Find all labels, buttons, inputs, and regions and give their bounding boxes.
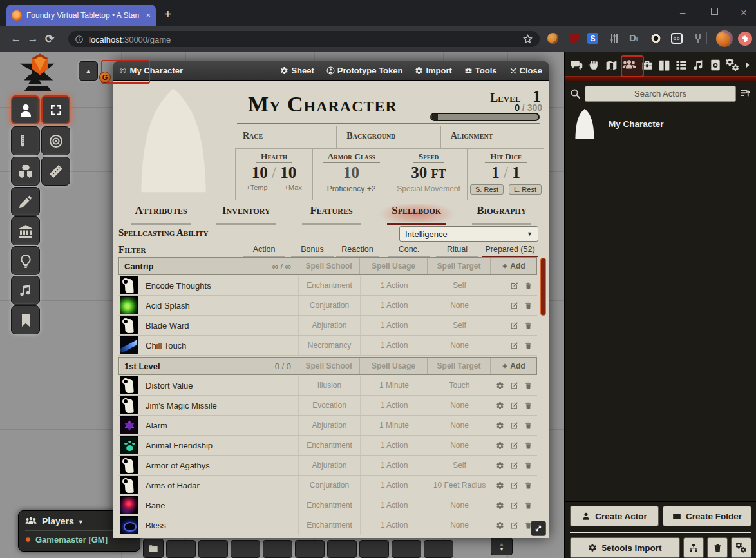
spell-row[interactable]: Chill Touch Necromancy 1 Action None xyxy=(118,336,537,356)
s-extension-icon[interactable]: S xyxy=(587,32,600,45)
sheet-config-button[interactable]: Sheet xyxy=(280,66,314,75)
new-tab-button[interactable]: + xyxy=(164,8,172,21)
delete-spell-icon[interactable] xyxy=(524,421,533,430)
filter-concentration[interactable]: Conc. xyxy=(388,245,430,257)
edit-spell-icon[interactable] xyxy=(510,282,518,290)
edit-spell-icon[interactable] xyxy=(510,481,518,490)
sheet-titlebar[interactable]: © My Character Sheet Prototype Token Imp… xyxy=(113,61,549,81)
filter-bonus[interactable]: Bonus xyxy=(291,245,334,257)
macro-slot[interactable] xyxy=(166,540,196,558)
measure-template-tool[interactable] xyxy=(41,126,70,155)
macro-slot[interactable] xyxy=(424,540,453,558)
actor-list-item[interactable]: My Character xyxy=(565,106,756,142)
select-token-tool[interactable] xyxy=(11,95,40,124)
window-maximize-button[interactable] xyxy=(711,8,718,17)
delete-spell-icon[interactable] xyxy=(524,401,533,410)
spell-row[interactable]: Jim's Magic Missile Evocation 1 Action N… xyxy=(118,396,537,416)
use-spell-icon[interactable] xyxy=(496,481,504,490)
special-movement-label[interactable]: Special Movement xyxy=(397,184,460,193)
controls-collapse-button[interactable]: ▲ xyxy=(79,61,98,81)
macro-slot[interactable] xyxy=(231,540,260,558)
spell-name[interactable]: Acid Splash xyxy=(142,301,298,311)
import-button[interactable]: Import xyxy=(415,66,451,75)
spell-name[interactable]: Chill Touch xyxy=(142,341,298,351)
scrollbar-thumb[interactable] xyxy=(540,258,546,316)
playlists-music-icon[interactable] xyxy=(692,59,705,72)
hd-current[interactable]: 1 xyxy=(491,164,500,181)
hp-current[interactable]: 10 xyxy=(252,164,268,181)
spell-row[interactable]: Alarm Abjuration 1 Minute None xyxy=(118,416,537,436)
spell-name[interactable]: Bane xyxy=(142,501,298,510)
macro-slot[interactable] xyxy=(359,540,389,558)
ublock-extension-icon[interactable] xyxy=(567,32,580,45)
fork-extension-icon[interactable] xyxy=(692,32,705,45)
close-window-button[interactable]: Close xyxy=(509,66,542,75)
use-spell-icon[interactable] xyxy=(496,441,504,450)
character-portrait[interactable] xyxy=(113,81,233,200)
gm-badge[interactable]: G xyxy=(99,72,111,83)
delete-spell-icon[interactable] xyxy=(524,342,533,350)
window-close-button[interactable]: × xyxy=(741,6,747,19)
spell-image[interactable] xyxy=(120,476,138,494)
temp-hp-label[interactable]: +Temp xyxy=(246,184,267,191)
macro-slot[interactable] xyxy=(263,540,292,558)
edit-spell-icon[interactable] xyxy=(510,421,518,430)
macro-slot[interactable] xyxy=(295,540,325,558)
spell-image[interactable] xyxy=(120,296,138,314)
filter-prepared[interactable]: Prepared (52) xyxy=(482,245,538,257)
drawings-tool[interactable] xyxy=(11,187,40,216)
sliders-extension-icon[interactable] xyxy=(609,32,621,45)
edit-spell-icon[interactable] xyxy=(510,342,518,350)
section-slots[interactable]: 0 / 0 xyxy=(275,361,298,371)
collapse-folders-icon[interactable] xyxy=(740,88,751,99)
sounds-tool[interactable] xyxy=(11,276,40,305)
spell-image[interactable] xyxy=(120,276,138,294)
spell-row[interactable]: Distort Value Illusion 1 Minute Touch xyxy=(118,376,537,396)
spell-name[interactable]: Alarm xyxy=(142,421,298,430)
search-actors-input[interactable] xyxy=(585,86,736,102)
delete-spell-icon[interactable] xyxy=(524,481,533,490)
spell-image[interactable] xyxy=(120,336,138,354)
journal-book-icon[interactable] xyxy=(657,59,671,72)
back-button[interactable]: ← xyxy=(8,32,24,45)
delete-spell-icon[interactable] xyxy=(524,282,533,290)
background-field[interactable]: Background xyxy=(337,126,440,148)
long-rest-button[interactable]: L. Rest xyxy=(509,184,542,195)
bookmark-star-icon[interactable] xyxy=(522,34,533,44)
hd-max[interactable]: 1 xyxy=(512,164,520,181)
filter-action[interactable]: Action xyxy=(243,245,285,257)
spell-row[interactable]: Encode Thoughts Enchantment 1 Action Sel… xyxy=(118,276,537,296)
delete-spell-icon[interactable] xyxy=(524,441,533,450)
speed-value[interactable]: 30 ft xyxy=(411,163,446,182)
use-spell-icon[interactable] xyxy=(496,521,504,530)
edit-spell-icon[interactable] xyxy=(510,401,518,410)
spell-name[interactable]: Arms of Hadar xyxy=(142,481,298,490)
use-spell-icon[interactable] xyxy=(496,381,504,390)
edit-spell-icon[interactable] xyxy=(510,381,518,390)
delete-all-button[interactable] xyxy=(707,537,728,558)
info-icon[interactable] xyxy=(75,35,84,44)
spell-name[interactable]: Armor of Agathys xyxy=(142,461,298,470)
spell-image[interactable] xyxy=(120,416,138,434)
edit-spell-icon[interactable] xyxy=(510,521,518,530)
spell-name[interactable]: Encode Thoughts xyxy=(142,281,298,291)
edit-spell-icon[interactable] xyxy=(510,501,518,510)
cookie-extension-icon[interactable] xyxy=(547,32,560,45)
window-resize-handle[interactable] xyxy=(531,521,546,536)
macro-slot[interactable] xyxy=(392,540,421,558)
add-spell-button[interactable]: Add xyxy=(490,258,536,274)
settings-cogs-icon[interactable] xyxy=(726,59,740,72)
tile-ruler-tool[interactable] xyxy=(41,157,70,186)
measure-ruler-tool[interactable] xyxy=(11,126,40,155)
profile-avatar[interactable] xyxy=(716,30,733,47)
delete-spell-icon[interactable] xyxy=(524,302,533,310)
compendium-icon[interactable] xyxy=(709,59,722,72)
chat-icon[interactable] xyxy=(570,59,583,72)
lighting-tool[interactable] xyxy=(11,246,40,275)
macro-slot[interactable] xyxy=(198,540,228,558)
spell-row[interactable]: Bane Enchantment 1 Action None xyxy=(118,495,537,515)
tab-biography[interactable]: Biography xyxy=(459,204,544,222)
walls-tool[interactable] xyxy=(11,216,40,245)
browser-tab[interactable]: Foundry Virtual Tabletop • A Stan × xyxy=(6,5,156,26)
prototype-token-button[interactable]: Prototype Token xyxy=(326,66,403,75)
